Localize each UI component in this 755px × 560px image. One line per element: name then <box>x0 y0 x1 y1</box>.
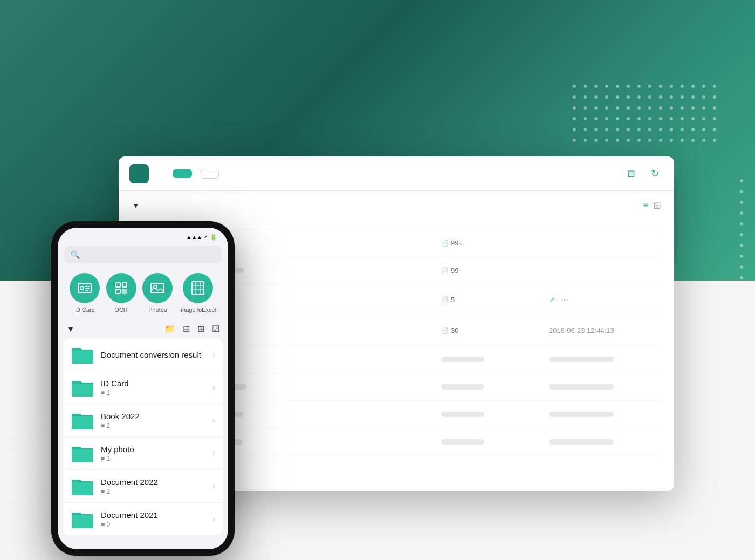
phone-search-icon: 🔍 <box>71 250 80 259</box>
phone-file-meta: ■ 2 <box>101 422 206 429</box>
upload-pdf-button[interactable] <box>201 169 219 179</box>
folder-icon <box>71 411 94 430</box>
svg-rect-15 <box>116 289 120 293</box>
filter-icon[interactable]: ⊟ <box>183 324 190 334</box>
refresh-icon-button[interactable]: ↻ <box>646 165 663 182</box>
quick-icon-imagetoexcel[interactable]: ImageToExcel <box>179 273 216 313</box>
new-button[interactable] <box>173 169 192 178</box>
all-docs-button[interactable]: ▾ <box>66 324 73 334</box>
phone-file-name: My photo <box>101 445 206 454</box>
svg-rect-19 <box>192 282 204 295</box>
phone-file-meta: ■ 0 <box>101 521 206 528</box>
desktop-header: ⊟ ↻ <box>119 156 674 191</box>
file-info: Book 2022 ■ 2 <box>101 412 206 429</box>
grid-view-icon[interactable]: ⊞ <box>653 200 661 211</box>
grid-icon[interactable]: ⊞ <box>197 324 204 334</box>
imagetoexcel-icon-circle <box>183 273 213 303</box>
col-modify <box>543 220 661 229</box>
filter-chevron: ▾ <box>134 201 138 210</box>
phone-toolbar: ▾ 📁 ⊟ ⊞ ☑ <box>58 319 228 338</box>
phone-file-meta: ■ 1 <box>101 389 206 397</box>
logo-area <box>129 164 153 183</box>
logo-icon <box>129 164 149 183</box>
folder-icon <box>71 476 94 496</box>
phone-status-bar: ▲▲▲ 𝄍 🔋 <box>58 228 228 244</box>
folder-icon[interactable]: 📁 <box>164 324 175 334</box>
filter-row: ▾ ≡ ⊞ <box>132 200 661 211</box>
svg-rect-13 <box>116 283 120 287</box>
col-attribute <box>435 220 543 229</box>
filter-button[interactable]: ▾ <box>132 201 138 210</box>
phone-file-name: ID Card <box>101 379 206 388</box>
phone-file-meta: ■ 2 <box>101 488 206 495</box>
idcard-label: ID Card <box>74 306 95 313</box>
file-chevron: › <box>212 415 215 425</box>
file-chevron: › <box>212 481 215 491</box>
file-attribute: 99 <box>451 267 458 275</box>
phone-file-name: Document 2021 <box>101 510 206 520</box>
svg-point-9 <box>80 286 84 290</box>
imagetoexcel-label: ImageToExcel <box>179 306 216 313</box>
mobile-phone: ▲▲▲ 𝄍 🔋 🔍 <box>51 221 235 556</box>
list-item[interactable]: ID Card ■ 1 › <box>63 371 223 404</box>
file-info: ID Card ■ 1 <box>101 379 206 397</box>
photos-icon-circle <box>142 273 173 303</box>
signal-icon: ▲▲▲ <box>186 234 202 240</box>
list-item[interactable]: Document 2022 ■ 2 › <box>63 470 223 503</box>
battery-icon: 🔋 <box>210 234 217 241</box>
ocr-label: OCR <box>114 306 127 313</box>
photos-label: Photos <box>148 306 167 313</box>
toolbar-icons: 📁 ⊟ ⊞ ☑ <box>164 324 219 334</box>
file-info: Document conversion result <box>101 350 206 359</box>
ocr-icon-circle <box>106 273 136 303</box>
file-attribute: 5 <box>451 296 455 304</box>
more-icon[interactable]: ⋯ <box>560 295 568 305</box>
quick-icon-ocr[interactable]: OCR <box>106 273 136 313</box>
file-modify-date: 2018-06-23 12:44:13 <box>549 326 614 334</box>
dots-right-mid <box>739 178 750 367</box>
folder-icon <box>71 345 94 364</box>
quick-icon-idcard[interactable]: ID Card <box>70 273 100 313</box>
file-attribute: 99+ <box>451 239 463 247</box>
folder-icon <box>71 443 94 463</box>
phone-file-name: Document conversion result <box>101 350 206 359</box>
view-toggle: ≡ ⊞ <box>643 200 661 211</box>
file-attribute: 30 <box>451 326 458 334</box>
phone-file-meta: ■ 1 <box>101 455 206 462</box>
svg-rect-16 <box>122 289 127 293</box>
list-view-icon[interactable]: ≡ <box>643 200 649 211</box>
header-icons: ⊟ ↻ <box>622 165 663 182</box>
file-chevron: › <box>212 350 215 359</box>
phone-file-name: Book 2022 <box>101 412 206 421</box>
file-chevron: › <box>212 514 215 524</box>
quick-icon-photos[interactable]: Photos <box>142 273 173 313</box>
phone-status-icons: ▲▲▲ 𝄍 🔋 <box>186 233 217 241</box>
phone-screen: ▲▲▲ 𝄍 🔋 🔍 <box>58 228 228 549</box>
sort-icon-button[interactable]: ⊟ <box>622 165 640 182</box>
file-chevron: › <box>212 448 215 458</box>
file-chevron: › <box>212 383 215 392</box>
phone-file-list: Document conversion result › ID Card ■ 1… <box>63 338 223 535</box>
phone-file-name: Document 2022 <box>101 477 206 487</box>
file-info: Document 2022 ■ 2 <box>101 477 206 495</box>
quick-icons-row: ID Card OCR <box>58 269 228 319</box>
phone-search-bar[interactable]: 🔍 <box>64 246 222 263</box>
list-item[interactable]: Document 2021 ■ 0 › <box>63 503 223 535</box>
select-icon[interactable]: ☑ <box>212 324 219 334</box>
list-item[interactable]: My photo ■ 1 › <box>63 437 223 470</box>
all-docs-chevron: ▾ <box>68 324 73 334</box>
svg-rect-14 <box>122 283 127 287</box>
svg-rect-17 <box>151 283 164 293</box>
external-link-icon[interactable]: ↗ <box>549 295 555 304</box>
folder-icon <box>71 378 94 397</box>
dots-top-right <box>572 84 723 159</box>
wifi-icon: 𝄍 <box>204 233 208 241</box>
file-info: My photo ■ 1 <box>101 445 206 462</box>
list-item[interactable]: Book 2022 ■ 2 › <box>63 404 223 437</box>
idcard-icon-circle <box>70 273 100 303</box>
file-info: Document 2021 ■ 0 <box>101 510 206 528</box>
folder-icon <box>71 509 94 529</box>
list-item[interactable]: Document conversion result › <box>63 338 223 371</box>
